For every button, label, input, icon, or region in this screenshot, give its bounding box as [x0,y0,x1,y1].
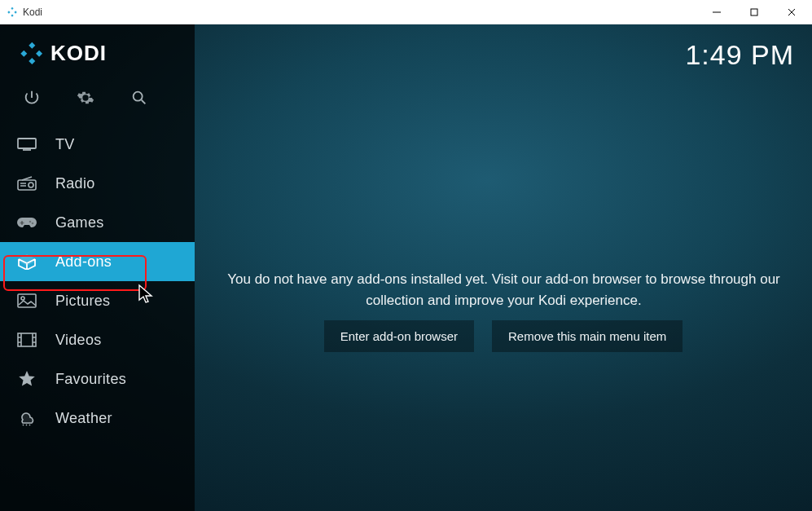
svg-point-12 [29,183,33,187]
brand-text: KODI [50,41,107,66]
window-titlebar: Kodi [0,0,812,24]
svg-rect-10 [18,139,36,148]
svg-rect-2 [14,11,16,13]
weather-icon [16,410,37,426]
minimize-button[interactable] [698,0,735,24]
svg-rect-0 [11,7,13,9]
svg-rect-5 [29,42,35,48]
sidebar: KODI TVRadioGamesAdd-onsPicturesVideosFa… [0,24,195,511]
sidebar-item-pictures[interactable]: Pictures [0,281,195,320]
sidebar-toolbar [0,74,195,125]
sidebar-item-radio[interactable]: Radio [0,164,195,203]
sidebar-item-addons[interactable]: Add-ons [0,242,195,281]
sidebar-item-label: Pictures [55,293,110,310]
sidebar-item-label: Add-ons [55,253,112,271]
sidebar-item-games[interactable]: Games [0,203,195,242]
gamepad-icon [16,214,37,231]
logo[interactable]: KODI [0,33,195,74]
sidebar-item-label: Games [55,214,104,231]
box-icon [16,253,37,270]
app-root: 1:49 PM KODI TVRadioGamesAdd-onsPictures… [0,24,812,511]
svg-point-18 [21,297,24,300]
sidebar-item-videos[interactable]: Videos [0,320,195,359]
search-icon[interactable] [130,89,148,107]
film-icon [16,332,37,348]
svg-rect-17 [18,294,36,307]
image-icon [16,293,37,309]
content-actions: Enter add-on browser Remove this main me… [195,320,812,352]
maximize-button[interactable] [735,0,773,24]
clock: 1:49 PM [685,39,794,71]
svg-point-15 [29,221,32,223]
remove-menu-item-button[interactable]: Remove this main menu item [492,320,683,352]
tv-icon [16,136,37,152]
window-controls [698,0,810,24]
svg-rect-1 [7,11,10,13]
svg-rect-4 [751,9,757,15]
svg-point-9 [134,92,143,101]
sidebar-item-favourites[interactable]: Favourites [0,359,195,399]
app-icon [7,7,18,18]
sidebar-item-label: TV [55,136,75,153]
close-button[interactable] [773,0,810,24]
empty-addons-message: You do not have any add-ons installed ye… [215,269,792,311]
sidebar-item-label: Videos [55,332,102,349]
sidebar-item-label: Radio [55,175,95,192]
svg-rect-7 [36,50,42,56]
kodi-logo-icon [20,42,44,66]
sidebar-item-tv[interactable]: TV [0,125,195,164]
svg-rect-6 [20,50,27,56]
svg-point-16 [32,222,34,225]
svg-rect-14 [20,222,24,224]
power-icon[interactable] [23,89,41,107]
svg-rect-3 [11,14,13,16]
sidebar-menu: TVRadioGamesAdd-onsPicturesVideosFavouri… [0,125,195,438]
svg-rect-8 [29,58,35,64]
star-icon [16,371,37,387]
window-title: Kodi [23,7,42,18]
titlebar-left: Kodi [7,7,42,18]
sidebar-item-label: Favourites [55,371,126,388]
sidebar-item-label: Weather [55,410,112,427]
gear-icon[interactable] [77,89,94,107]
sidebar-item-weather[interactable]: Weather [0,399,195,438]
radio-icon [16,175,37,192]
enter-addon-browser-button[interactable]: Enter add-on browser [324,320,474,352]
